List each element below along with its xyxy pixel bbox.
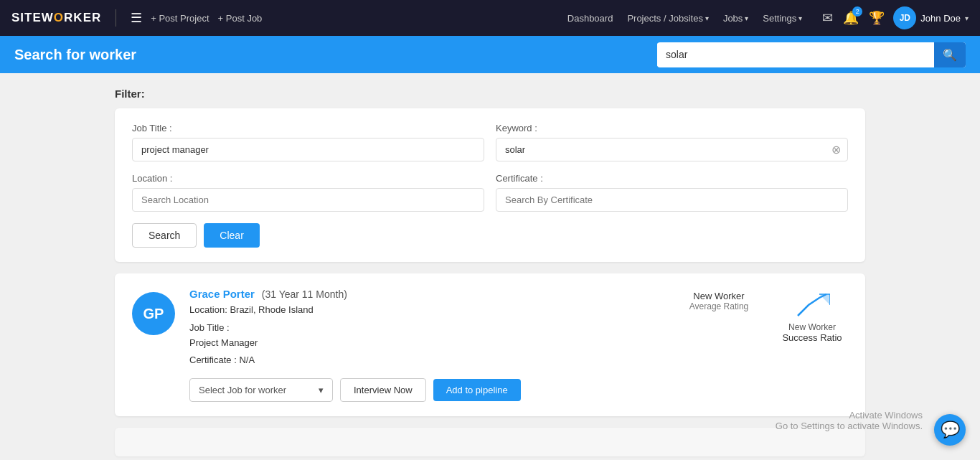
worker-avatar: GP [132,292,175,335]
keyword-field: Keyword : ⊗ [496,123,848,161]
location-field: Location : [132,173,484,212]
worker-card-2 [115,428,865,456]
user-chevron-icon: ▾ [965,14,969,22]
logo-text: SITEWORKER [11,11,101,25]
header-bar: Search for worker 🔍 [0,36,980,73]
select-job-dropdown[interactable]: Select Job for worker ▾ [189,378,333,402]
brand-logo[interactable]: SITEWORKER [11,11,101,25]
filter-actions: Search Clear [132,223,848,248]
worker-rating: New Worker Average Rating [676,291,762,311]
nav-settings[interactable]: Settings ▾ [757,10,808,27]
job-title-label: Job Title : [132,123,484,133]
certificate-label: Certificate : [496,173,848,184]
worker-info: Grace Porter (31 Year 11 Month) Location… [189,288,661,402]
worker-actions: Select Job for worker ▾ Interview Now Ad… [189,378,661,402]
worker-name-row: Grace Porter (31 Year 11 Month) [189,288,661,300]
add-to-pipeline-button[interactable]: Add to pipeline [433,379,521,401]
jobs-chevron-icon: ▾ [745,14,748,22]
certificate-field: Certificate : [496,173,848,212]
location-input[interactable] [132,188,484,212]
post-project-link[interactable]: + Post Project [151,13,209,24]
menu-icon[interactable]: ☰ [131,10,142,26]
projects-chevron-icon: ▾ [705,14,709,22]
keyword-clear-icon[interactable]: ⊗ [831,144,841,156]
search-button[interactable]: Search [132,223,197,248]
worker-chart: New Worker Success Ratio [776,291,848,343]
avatar: JD [893,6,916,29]
clear-button[interactable]: Clear [204,223,259,248]
svg-marker-0 [819,294,830,305]
header-search-button[interactable]: 🔍 [934,42,966,67]
trophy-icon[interactable]: 🏆 [869,10,885,26]
username-label: John Doe [920,13,961,24]
chat-button[interactable]: 💬 [934,414,966,446]
settings-chevron-icon: ▾ [798,14,802,22]
worker-job-title: Job Title : Project Manager [189,321,661,351]
worker-age: (31 Year 11 Month) [262,288,347,300]
worker-certificate: Certificate : N/A [189,353,661,368]
mail-icon[interactable]: ✉ [822,10,833,26]
rating-label: New Worker [693,291,744,301]
nav-icons: ✉ 🔔 2 🏆 [822,10,885,26]
keyword-wrapper: ⊗ [496,138,848,161]
filter-row-2: Location : Certificate : [132,173,848,212]
navbar: SITEWORKER ☰ + Post Project + Post Job D… [0,0,980,36]
main-content: Filter: Job Title : Keyword : ⊗ Location… [0,73,980,460]
keyword-label: Keyword : [496,123,848,133]
filter-label: Filter: [115,88,865,100]
rating-sub: Average Rating [689,301,749,311]
chart-sublabel: Success Ratio [782,332,842,343]
header-search-box: 🔍 [657,42,966,67]
post-job-link[interactable]: + Post Job [218,13,263,24]
nav-divider [116,9,116,27]
keyword-input[interactable] [496,138,848,161]
nav-projects[interactable]: Projects / Jobsites ▾ [621,10,715,27]
user-menu[interactable]: JD John Doe ▾ [893,6,969,29]
certificate-input[interactable] [496,188,848,212]
chart-icon [794,291,830,319]
worker-card: GP Grace Porter (31 Year 11 Month) Locat… [115,273,865,416]
filter-card: Job Title : Keyword : ⊗ Location : Certi… [115,108,865,262]
job-title-input[interactable] [132,138,484,161]
worker-location: Location: Brazil, Rhode Island [189,303,661,318]
header-search-input[interactable] [657,43,934,66]
nav-links: Dashboard Projects / Jobsites ▾ Jobs ▾ S… [562,10,809,27]
notification-icon[interactable]: 🔔 2 [843,10,859,26]
chart-label: New Worker [788,322,836,332]
location-label: Location : [132,173,484,184]
worker-name[interactable]: Grace Porter [189,288,255,300]
dropdown-chevron-icon: ▾ [319,385,324,395]
nav-dashboard[interactable]: Dashboard [562,10,619,27]
interview-now-button[interactable]: Interview Now [340,378,426,402]
notification-badge: 2 [852,6,862,17]
nav-jobs[interactable]: Jobs ▾ [717,10,754,27]
filter-row-1: Job Title : Keyword : ⊗ [132,123,848,161]
page-title: Search for worker [14,47,657,63]
job-title-field: Job Title : [132,123,484,161]
